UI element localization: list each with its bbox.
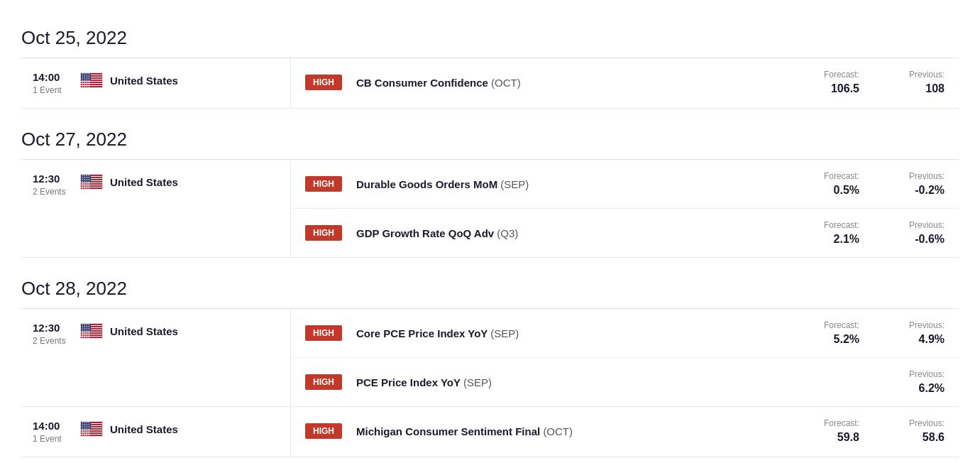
forecast-value: 106.5 — [788, 82, 859, 95]
time-block: 12:302 Events — [33, 322, 72, 346]
event-period: (Q3) — [497, 227, 518, 239]
event-group: 14:001 Event★★★★★★★★★★★★★★★★★★★★★★★★★★★★… — [21, 58, 959, 109]
event-time: 14:00 — [33, 71, 72, 83]
forecast-label: Forecast: — [788, 320, 859, 330]
events-column: HIGHCB Consumer Confidence (OCT)Forecast… — [291, 58, 959, 108]
event-group: 14:001 Event★★★★★★★★★★★★★★★★★★★★★★★★★★★★… — [21, 407, 959, 457]
time-block: 12:302 Events — [33, 173, 72, 197]
forecast-column: Forecast:5.2% — [788, 320, 859, 346]
event-name: CB Consumer Confidence (OCT) — [356, 77, 774, 89]
time-country-column: 12:302 Events★★★★★★★★★★★★★★★★★★★★★★★★★★★… — [21, 309, 291, 406]
country-name: United States — [110, 176, 178, 188]
time-block: 14:001 Event — [33, 71, 72, 95]
event-time: 12:30 — [33, 173, 72, 185]
previous-label: Previous: — [874, 418, 945, 428]
event-row: HIGHCB Consumer Confidence (OCT)Forecast… — [291, 58, 959, 107]
previous-column: Previous:58.6 — [874, 418, 945, 444]
us-flag-icon: ★★★★★★★★★★★★★★★★★★★★★★★★★★★★★★★★★★★★★★★★… — [80, 323, 103, 339]
time-country-column: 14:001 Event★★★★★★★★★★★★★★★★★★★★★★★★★★★★… — [21, 407, 291, 457]
country-name: United States — [110, 75, 178, 87]
event-row: HIGHGDP Growth Rate QoQ Adv (Q3)Forecast… — [291, 209, 959, 257]
event-title: PCE Price Index YoY — [356, 376, 463, 388]
event-group: 12:302 Events★★★★★★★★★★★★★★★★★★★★★★★★★★★… — [21, 309, 959, 407]
event-name: Durable Goods Orders MoM (SEP) — [356, 178, 774, 190]
forecast-value: 59.8 — [788, 431, 859, 444]
date-header: Oct 28, 2022 — [21, 265, 959, 309]
previous-column: Previous:-0.6% — [874, 220, 945, 246]
flag-canton: ★★★★★★★★★★★★★★★★★★★★★★★★★★★★★★★★★★★★★★★★… — [81, 175, 91, 183]
economic-calendar: Oct 25, 202214:001 Event★★★★★★★★★★★★★★★★… — [0, 0, 980, 463]
previous-value: -0.2% — [874, 184, 945, 197]
event-title: Michigan Consumer Sentiment Final — [356, 425, 543, 437]
time-block: 14:001 Event — [33, 420, 72, 444]
event-row: HIGHDurable Goods Orders MoM (SEP)Foreca… — [291, 160, 959, 209]
forecast-column: Forecast:106.5 — [788, 70, 859, 95]
previous-label: Previous: — [874, 220, 945, 230]
forecast-column: Forecast:59.8 — [788, 418, 859, 444]
event-row: HIGHMichigan Consumer Sentiment Final (O… — [291, 407, 959, 455]
country-block: ★★★★★★★★★★★★★★★★★★★★★★★★★★★★★★★★★★★★★★★★… — [80, 420, 178, 437]
event-group: 12:302 Events★★★★★★★★★★★★★★★★★★★★★★★★★★★… — [21, 160, 959, 258]
previous-value: 4.9% — [874, 333, 945, 346]
event-time: 12:30 — [33, 322, 72, 334]
us-flag-icon: ★★★★★★★★★★★★★★★★★★★★★★★★★★★★★★★★★★★★★★★★… — [80, 421, 103, 437]
event-title: GDP Growth Rate QoQ Adv — [356, 227, 497, 239]
country-block: ★★★★★★★★★★★★★★★★★★★★★★★★★★★★★★★★★★★★★★★★… — [80, 322, 178, 339]
previous-value: 108 — [874, 82, 945, 95]
event-count: 2 Events — [33, 187, 72, 197]
event-count: 1 Event — [33, 434, 72, 444]
high-badge: HIGH — [305, 176, 342, 192]
event-period: (SEP) — [463, 376, 492, 388]
flag-canton: ★★★★★★★★★★★★★★★★★★★★★★★★★★★★★★★★★★★★★★★★… — [81, 73, 91, 81]
event-period: (SEP) — [490, 327, 519, 339]
date-header: Oct 27, 2022 — [21, 116, 959, 160]
event-count: 2 Events — [33, 336, 72, 346]
event-time: 14:00 — [33, 420, 72, 432]
previous-value: 6.2% — [874, 382, 945, 395]
date-header: Oct 25, 2022 — [21, 14, 959, 58]
date-section: Oct 28, 202212:302 Events★★★★★★★★★★★★★★★… — [21, 265, 959, 457]
events-column: HIGHDurable Goods Orders MoM (SEP)Foreca… — [291, 160, 959, 257]
events-column: HIGHMichigan Consumer Sentiment Final (O… — [291, 407, 959, 457]
previous-column: Previous:-0.2% — [874, 171, 945, 197]
flag-canton: ★★★★★★★★★★★★★★★★★★★★★★★★★★★★★★★★★★★★★★★★… — [81, 324, 91, 332]
previous-column: Previous:108 — [874, 70, 945, 95]
us-flag-icon: ★★★★★★★★★★★★★★★★★★★★★★★★★★★★★★★★★★★★★★★★… — [80, 72, 103, 88]
date-section: Oct 27, 202212:302 Events★★★★★★★★★★★★★★★… — [21, 116, 959, 258]
event-name: Core PCE Price Index YoY (SEP) — [356, 327, 774, 339]
event-title: CB Consumer Confidence — [356, 77, 491, 89]
event-row: HIGHCore PCE Price Index YoY (SEP)Foreca… — [291, 309, 959, 358]
event-title: Durable Goods Orders MoM — [356, 178, 500, 190]
high-badge: HIGH — [305, 75, 342, 90]
forecast-label: Forecast: — [788, 171, 859, 181]
previous-label: Previous: — [874, 171, 945, 181]
forecast-label: Forecast: — [788, 70, 859, 80]
high-badge: HIGH — [305, 325, 342, 341]
previous-label: Previous: — [874, 369, 945, 379]
forecast-column: Forecast:2.1% — [788, 220, 859, 246]
event-name: Michigan Consumer Sentiment Final (OCT) — [356, 425, 774, 437]
event-period: (SEP) — [500, 178, 529, 190]
high-badge: HIGH — [305, 374, 342, 390]
previous-column: Previous:4.9% — [874, 320, 945, 346]
flag-canton: ★★★★★★★★★★★★★★★★★★★★★★★★★★★★★★★★★★★★★★★★… — [81, 422, 91, 430]
forecast-label: Forecast: — [788, 220, 859, 230]
previous-column: Previous:6.2% — [874, 369, 945, 395]
event-period: (OCT) — [543, 425, 573, 437]
event-period: (OCT) — [491, 77, 521, 89]
country-block: ★★★★★★★★★★★★★★★★★★★★★★★★★★★★★★★★★★★★★★★★… — [80, 173, 178, 190]
previous-value: -0.6% — [874, 233, 945, 246]
date-section: Oct 25, 202214:001 Event★★★★★★★★★★★★★★★★… — [21, 14, 959, 109]
forecast-column: Forecast:0.5% — [788, 171, 859, 197]
us-flag-icon: ★★★★★★★★★★★★★★★★★★★★★★★★★★★★★★★★★★★★★★★★… — [80, 174, 103, 190]
high-badge: HIGH — [305, 423, 342, 439]
previous-value: 58.6 — [874, 431, 945, 444]
time-country-column: 12:302 Events★★★★★★★★★★★★★★★★★★★★★★★★★★★… — [21, 160, 291, 257]
previous-label: Previous: — [874, 320, 945, 330]
forecast-value: 0.5% — [788, 184, 859, 197]
country-name: United States — [110, 423, 178, 435]
forecast-value: 2.1% — [788, 233, 859, 246]
event-name: GDP Growth Rate QoQ Adv (Q3) — [356, 227, 774, 239]
event-row: HIGHPCE Price Index YoY (SEP)Previous:6.… — [291, 358, 959, 406]
previous-label: Previous: — [874, 70, 945, 80]
